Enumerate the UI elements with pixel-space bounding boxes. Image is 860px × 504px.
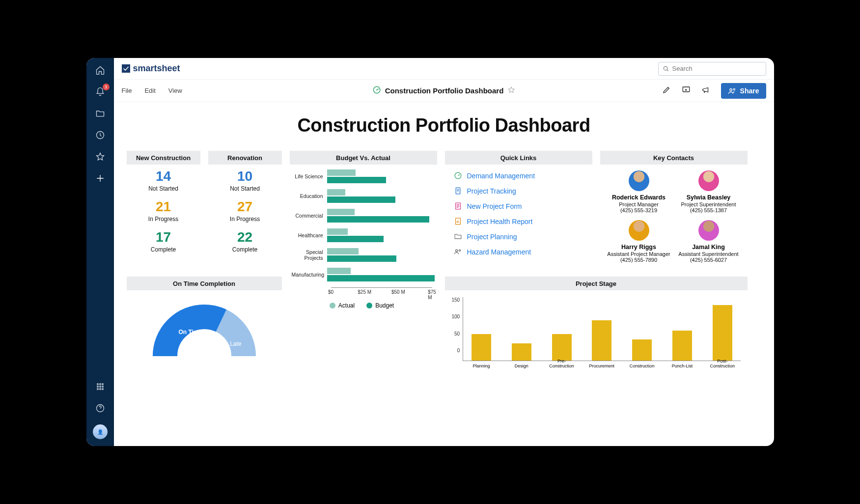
quick-link[interactable]: Project Health Report	[454, 217, 583, 225]
share-label: Share	[740, 87, 759, 95]
svg-point-5	[99, 386, 101, 388]
chart-row: Life Science	[292, 169, 432, 183]
search-input[interactable]: Search	[658, 62, 766, 76]
stage-bar	[512, 343, 531, 361]
home-icon[interactable]	[95, 65, 106, 76]
contacts-list: Roderick Edwards Project Manager (425) 5…	[600, 165, 748, 269]
quick-link[interactable]: Project Planning	[454, 232, 583, 241]
stat-label: In Progress	[127, 216, 200, 223]
stage-label: Punch-List	[667, 364, 697, 368]
category-label: Healthcare	[292, 232, 327, 238]
create-icon[interactable]	[95, 173, 106, 184]
notifications-badge: 3	[103, 84, 110, 90]
renovation-card: Renovation 10Not Started 27In Progress 2…	[208, 151, 282, 269]
quick-link-label: Project Planning	[467, 233, 517, 241]
topbar: smartsheet Search	[114, 58, 774, 80]
recents-icon[interactable]	[95, 130, 106, 140]
brand[interactable]: smartsheet	[122, 63, 180, 74]
contact-avatar	[698, 170, 719, 191]
svg-point-13	[376, 89, 377, 90]
apps-icon[interactable]	[95, 381, 106, 392]
menu-edit[interactable]: Edit	[144, 87, 155, 94]
card-header: New Construction	[127, 151, 200, 165]
stage-bar-item: Design	[505, 343, 538, 361]
share-button[interactable]: Share	[721, 83, 766, 99]
menubar: File Edit View Construction Portfolio Da…	[114, 80, 774, 102]
on-time-label: On Time	[179, 329, 202, 336]
category-label: Special Projects	[292, 249, 327, 261]
stat-value: 17	[127, 230, 200, 244]
actual-bar	[327, 248, 359, 254]
stat-label: Not Started	[127, 185, 200, 192]
quick-link[interactable]: Hazard Management	[454, 248, 583, 256]
budget-chart: Life Science Education Commercial Health…	[290, 165, 437, 363]
budget-bar	[327, 275, 435, 281]
contact-name: Roderick Edwards	[604, 194, 674, 201]
help-icon[interactable]	[95, 403, 106, 414]
notifications-icon[interactable]: 3	[95, 86, 106, 97]
card-header: Budget Vs. Actual	[290, 151, 437, 165]
card-header: On Time Completion	[127, 277, 282, 290]
folder-icon[interactable]	[95, 108, 106, 119]
stat-value: 14	[127, 169, 200, 183]
people-icon	[454, 248, 462, 256]
contact-card[interactable]: Jamal King Assistant Superintendent (425…	[674, 220, 744, 263]
document-title: Construction Portfolio Dashboard	[372, 85, 516, 96]
chart-row: Commercial	[292, 209, 432, 223]
category-label: Life Science	[292, 173, 327, 179]
menu-file[interactable]: File	[122, 87, 132, 94]
card-header: Key Contacts	[600, 151, 748, 165]
quick-link[interactable]: Demand Management	[454, 171, 583, 180]
chart-row: Education	[292, 189, 432, 203]
stat-value: 10	[208, 169, 282, 183]
brand-text: smartsheet	[133, 63, 180, 74]
svg-point-21	[455, 250, 457, 252]
budget-bar	[327, 236, 384, 242]
dashboard-icon	[372, 85, 381, 96]
contact-role: Assistant Superintendent	[674, 251, 744, 257]
budget-bar	[327, 196, 395, 203]
contact-card[interactable]: Roderick Edwards Project Manager (425) 5…	[604, 170, 674, 213]
key-contacts-card: Key Contacts Roderick Edwards Project Ma…	[600, 151, 748, 269]
budget-bar	[327, 177, 386, 183]
announce-icon[interactable]	[701, 85, 710, 96]
stage-label: Construction	[627, 364, 657, 368]
stage-bar	[713, 305, 732, 361]
present-icon[interactable]	[682, 85, 691, 96]
contact-name: Jamal King	[674, 244, 744, 251]
contact-card[interactable]: Sylwia Beasley Project Superintendent (4…	[674, 170, 744, 213]
favorites-icon[interactable]	[95, 151, 106, 162]
stage-bar-item: Pre-Construction	[546, 334, 578, 361]
contact-card[interactable]: Harry Riggs Assistant Project Manager (4…	[604, 220, 674, 263]
menu-view[interactable]: View	[168, 87, 182, 94]
quick-link[interactable]: Project Tracking	[454, 187, 583, 195]
svg-point-9	[102, 389, 103, 390]
contact-role: Project Superintendent	[674, 201, 744, 207]
quick-link[interactable]: New Project Form	[454, 202, 583, 210]
svg-point-15	[729, 88, 732, 91]
on-time-card: On Time Completion On Time Late	[127, 277, 282, 363]
actual-bar	[327, 209, 355, 215]
late-label: Late	[230, 340, 241, 347]
edit-icon[interactable]	[662, 85, 671, 96]
report-icon	[454, 217, 462, 225]
actual-bar	[327, 169, 356, 176]
user-avatar[interactable]: 👤	[93, 424, 108, 439]
budget-vs-actual-card: Budget Vs. Actual Life Science Education…	[290, 151, 437, 363]
brand-mark-icon	[122, 64, 130, 73]
left-nav-rail: 3 👤	[86, 58, 114, 446]
stage-bar	[472, 334, 491, 361]
on-time-donut: On Time Late	[150, 302, 258, 356]
file-icon	[454, 187, 462, 195]
actual-bar	[327, 228, 348, 235]
quick-link-label: Demand Management	[467, 172, 535, 180]
svg-point-6	[102, 386, 103, 388]
app-shell: 3 👤 smartsheet Search File Edit	[86, 58, 774, 446]
quick-link-label: Hazard Management	[467, 248, 531, 256]
stage-bar	[592, 320, 611, 361]
budget-bar	[327, 255, 397, 262]
svg-point-1	[97, 384, 98, 385]
card-header: Renovation	[208, 151, 282, 165]
actual-bar	[327, 189, 345, 196]
star-icon[interactable]	[507, 86, 515, 95]
